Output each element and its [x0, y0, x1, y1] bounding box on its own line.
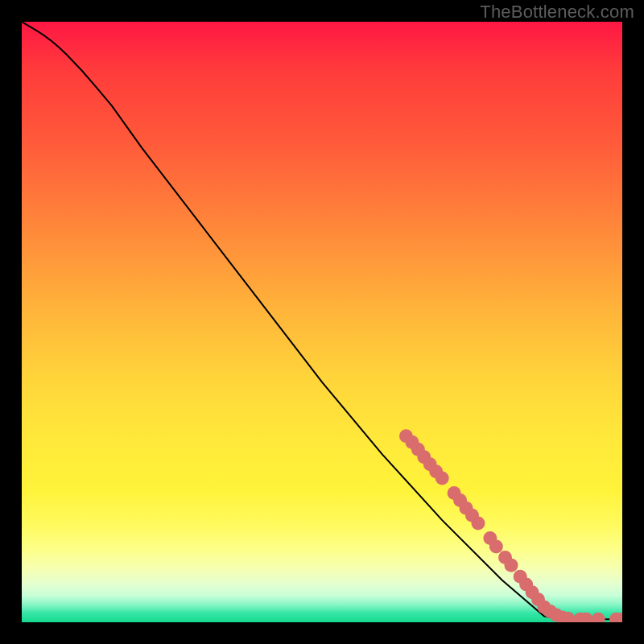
plot-area [22, 22, 622, 622]
data-point [592, 613, 605, 622]
watermark-text: TheBottleneck.com [480, 2, 634, 23]
data-point [504, 559, 518, 572]
data-point [489, 540, 503, 554]
chart-frame: TheBottleneck.com [0, 0, 644, 644]
scatter-points [399, 429, 622, 622]
chart-overlay [22, 22, 622, 622]
bottleneck-curve [22, 22, 622, 619]
data-point [471, 516, 485, 530]
data-point [436, 471, 449, 485]
